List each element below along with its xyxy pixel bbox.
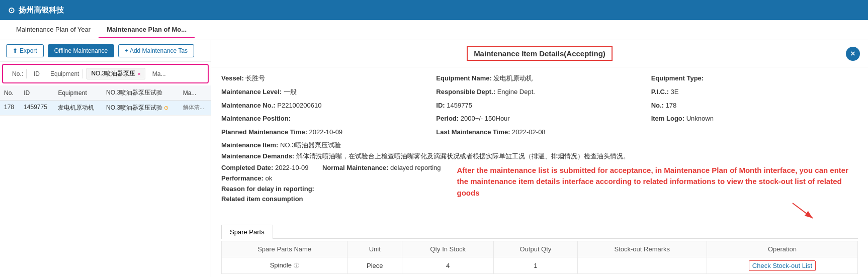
maintenance-demands-value: 解体清洗喷油嘴，在试验台上检查喷油嘴雾化及滴漏状况或者根据实际单缸工况（排温、排… xyxy=(296,152,630,160)
spare-parts-tab[interactable]: Spare Parts xyxy=(221,225,273,239)
maintenance-no-label: Maintenance No.: xyxy=(221,102,276,109)
position-label: Maintenance Position: xyxy=(221,115,291,122)
id-label: ID: xyxy=(436,102,445,109)
equipment-name-value: 发电机原动机 xyxy=(493,74,533,82)
id-field: ID: 1459775 xyxy=(436,101,643,111)
position-field: Maintenance Position: xyxy=(221,114,428,124)
maintenance-demands-field: Maintenance Demands: 解体清洗喷油嘴，在试验台上检查喷油嘴雾… xyxy=(221,152,858,161)
filter-tag-label: NO.3喷油器泵压 xyxy=(91,69,135,78)
tab-year[interactable]: Maintenance Plan of Year xyxy=(8,22,99,38)
item-logo-field: Item Logo: Unknown xyxy=(651,114,858,124)
filter-remove-icon[interactable]: × xyxy=(137,71,140,77)
equipment-name-field: Equipment Name: 发电机原动机 xyxy=(436,73,643,84)
related-consumption-label: Related item consumption xyxy=(221,195,303,203)
detail-row-5: Planned Maintenance Time: 2022-10-09 Las… xyxy=(221,127,858,138)
logo-icon: ⊙ xyxy=(8,6,15,15)
performance-field: Performance: ok xyxy=(221,173,314,184)
vessel-label: Vessel: xyxy=(221,74,244,82)
maintenance-item-value: NO.3喷油器泵压试验 xyxy=(280,141,341,149)
col-header-ma: Ma... xyxy=(179,85,211,101)
completed-date-value: 2022-10-09 xyxy=(275,164,309,171)
annotation-container: After the maintenance list is submitted … xyxy=(449,163,858,221)
col-spare-unit: Unit xyxy=(348,241,402,257)
arrow-container xyxy=(449,201,858,221)
spare-remarks-cell xyxy=(577,257,707,274)
toolbar: ⬆ Export Offline Maintenance + Add Maint… xyxy=(0,40,211,62)
maintenance-level-value: 一般 xyxy=(284,88,297,96)
tab-month[interactable]: Maintenance Plan of Mo... xyxy=(99,22,195,38)
export-button[interactable]: ⬆ Export xyxy=(6,44,44,57)
completed-date-field: Completed Date: 2022-10-09 xyxy=(221,163,314,173)
col-header-id: ID xyxy=(20,85,54,101)
item-logo-label: Item Logo: xyxy=(651,115,684,122)
detail-row-3: Maintenance No.: P22100200610 ID: 145977… xyxy=(221,101,858,111)
maintenance-level-label: Maintenance Level: xyxy=(221,88,282,96)
tab-bar: Maintenance Plan of Year Maintenance Pla… xyxy=(0,20,868,40)
period-value: 2000+/- 150Hour xyxy=(461,115,510,122)
equipment-type-label: Equipment Type: xyxy=(651,74,704,82)
spare-name-cell: Spindle ⓘ xyxy=(222,257,348,274)
no-label: No.: xyxy=(651,102,664,109)
maintenance-item-field: Maintenance Item: NO.3喷油器泵压试验 xyxy=(221,141,858,150)
maintenance-no-field: Maintenance No.: P22100200610 xyxy=(221,101,428,111)
equipment-name-label: Equipment Name: xyxy=(436,74,492,82)
modal-close-button[interactable]: × xyxy=(846,47,860,61)
cell-ma: 解体清... xyxy=(179,101,211,116)
cell-filter-value: NO.3喷油器泵压试验 ⊙ xyxy=(102,101,179,116)
id-value: 1459775 xyxy=(447,102,472,109)
col-header-no: No. xyxy=(0,85,20,101)
arrow-icon xyxy=(788,201,818,221)
no-value: 178 xyxy=(666,102,677,109)
planned-time-value: 2022-10-09 xyxy=(309,128,343,136)
last-time-value: 2022-02-08 xyxy=(512,128,546,136)
no-field: No.: 178 xyxy=(651,101,858,111)
app-title: 扬州高银科技 xyxy=(19,6,64,15)
normal-maintenance-value: delayed reporting xyxy=(390,164,441,171)
performance-label: Performance: xyxy=(221,174,264,182)
add-maintenance-button[interactable]: + Add Maintenance Tas xyxy=(118,44,194,57)
check-stock-out-list-link[interactable]: Check Stock-out List xyxy=(749,260,816,271)
cell-id: 1459775 xyxy=(20,101,54,116)
equipment-type-field: Equipment Type: xyxy=(651,73,858,84)
spare-qty-stock-cell: 4 xyxy=(402,257,494,274)
planned-time-label: Planned Maintenance Time: xyxy=(221,128,307,136)
annotation-text: After the maintenance list is submitted … xyxy=(449,163,858,201)
completed-date-label: Completed Date: xyxy=(221,164,273,171)
detail-row-2: Maintenance Level: 一般 Responsible Dept.:… xyxy=(221,87,858,98)
placeholder xyxy=(651,127,858,138)
spare-parts-tabs: Spare Parts xyxy=(221,225,858,239)
normal-maintenance-label: Normal Maintenance: xyxy=(322,164,388,171)
col-spare-name: Spare Parts Name xyxy=(222,241,348,257)
spare-parts-section: Spare Parts Spare Parts Name Unit Qty In… xyxy=(221,225,858,274)
col-spare-output-qty: Output Qty xyxy=(494,241,578,257)
main-content: ⬆ Export Offline Maintenance + Add Maint… xyxy=(0,40,868,277)
filter-tag-pump: NO.3喷油器泵压 × xyxy=(86,68,145,79)
spare-parts-row: Spindle ⓘ Piece 4 1 Check Stock-out List xyxy=(222,257,858,274)
offline-maintenance-button[interactable]: Offline Maintenance xyxy=(48,44,115,57)
related-consumption-field: Related item consumption xyxy=(221,194,314,205)
col-header-equipment: Equipment xyxy=(54,85,102,101)
maintenance-demands-label: Maintenance Demands: xyxy=(221,152,294,160)
modal-body: Vessel: 长胜号 Equipment Name: 发电机原动机 Equip… xyxy=(211,67,868,277)
info-icon: ⓘ xyxy=(294,262,299,268)
svg-line-1 xyxy=(793,203,813,218)
spare-output-qty-cell: 1 xyxy=(494,257,578,274)
export-icon: ⬆ xyxy=(13,47,18,54)
spare-unit-cell: Piece xyxy=(348,257,402,274)
right-panel: Maintenance Item Details(Accepting) × Ve… xyxy=(211,40,868,277)
table-row[interactable]: 178 1459775 发电机原动机 NO.3喷油器泵压试验 ⊙ 解体清... xyxy=(0,101,211,116)
warn-icon: ⊙ xyxy=(164,105,168,111)
responsible-dept-label: Responsible Dept.: xyxy=(436,88,495,96)
col-no: No.: xyxy=(9,69,27,78)
pic-label: P.I.C.: xyxy=(651,88,669,96)
modal: Maintenance Item Details(Accepting) × Ve… xyxy=(211,40,868,277)
cell-no: 178 xyxy=(0,101,20,116)
performance-value: ok xyxy=(265,174,272,182)
responsible-dept-field: Responsible Dept.: Engine Dept. xyxy=(436,87,643,98)
col-equipment: Equipment xyxy=(47,69,82,78)
detail-row-1: Vessel: 长胜号 Equipment Name: 发电机原动机 Equip… xyxy=(221,73,858,84)
col-id: ID xyxy=(31,69,43,78)
responsible-dept-value: Engine Dept. xyxy=(497,88,535,96)
data-table: No. ID Equipment NO.3喷油器泵压试验 Ma... 178 1… xyxy=(0,85,211,277)
period-label: Period: xyxy=(436,115,459,122)
